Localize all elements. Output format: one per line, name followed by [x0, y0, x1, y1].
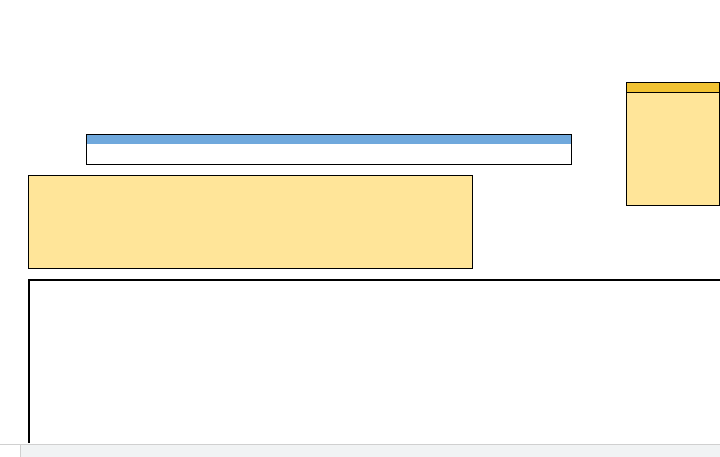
ballots-section-border-left [28, 279, 30, 443]
archived-trackers-box [626, 82, 720, 207]
tab-2026-nba-mvp-tracker[interactable] [0, 445, 21, 457]
ballots-section-border-top [28, 279, 720, 281]
confirmed-vote-tally-table [28, 175, 473, 269]
help-us-title [87, 135, 571, 145]
sheet-tab-bar [0, 444, 720, 457]
archived-trackers-title [627, 83, 719, 93]
help-us-box [86, 134, 572, 165]
spreadsheet-app [0, 0, 720, 457]
help-us-body [87, 144, 571, 154]
